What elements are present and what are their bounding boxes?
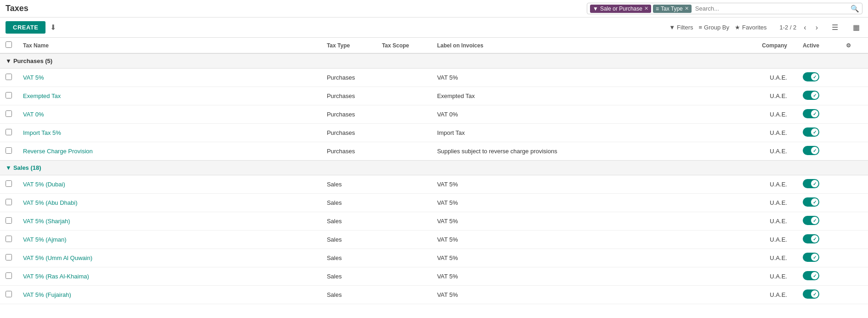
row-checkbox[interactable]	[6, 254, 12, 260]
row-checkbox-cell[interactable]	[0, 87, 17, 105]
cell-active[interactable]: ✓	[793, 194, 829, 212]
row-checkbox-cell[interactable]	[0, 142, 17, 161]
search-bar: ▼ Sale or Purchase ✕ ≡ Tax Type ✕ 🔍	[587, 3, 862, 14]
row-checkbox-cell[interactable]	[0, 267, 17, 286]
select-all-th[interactable]	[0, 38, 17, 53]
group-toggle-icon[interactable]: ▼	[6, 58, 11, 64]
cell-active[interactable]: ✓	[793, 212, 829, 231]
group-by-button[interactable]: ≡ Group By	[699, 24, 730, 31]
cell-tax-scope	[376, 249, 431, 267]
cell-active[interactable]: ✓	[793, 231, 829, 249]
favorites-button[interactable]: ★ Favorites	[735, 24, 766, 31]
active-toggle[interactable]: ✓	[803, 91, 819, 100]
row-checkbox-cell[interactable]	[0, 69, 17, 87]
cell-active[interactable]: ✓	[793, 267, 829, 286]
table-row[interactable]: Import Tax 5% Purchases Import Tax U.A.E…	[0, 124, 868, 142]
cell-active[interactable]: ✓	[793, 142, 829, 161]
cell-label: Supplies subject to reverse charge provi…	[431, 142, 747, 161]
active-toggle[interactable]: ✓	[803, 234, 819, 243]
row-checkbox[interactable]	[6, 217, 12, 224]
active-toggle[interactable]: ✓	[803, 109, 819, 118]
cell-tax-type: Purchases	[321, 105, 376, 124]
row-checkbox-cell[interactable]	[0, 286, 17, 304]
cell-active[interactable]: ✓	[793, 87, 829, 105]
cell-tax-type: Sales	[321, 249, 376, 267]
table-row[interactable]: VAT 5% Purchases VAT 5% U.A.E. ✓	[0, 69, 868, 87]
select-all-checkbox[interactable]	[6, 41, 12, 48]
filter-tag-tax-type[interactable]: ≡ Tax Type ✕	[653, 5, 692, 13]
cell-company: U.A.E.	[747, 69, 793, 87]
active-toggle[interactable]: ✓	[803, 146, 819, 155]
cell-tax-type: Purchases	[321, 124, 376, 142]
table-row[interactable]: VAT 5% (Dubai) Sales VAT 5% U.A.E. ✓	[0, 175, 868, 194]
search-input[interactable]	[693, 4, 851, 13]
filters-button[interactable]: ▼ Filters	[669, 24, 693, 31]
table-row[interactable]: VAT 5% (Ajman) Sales VAT 5% U.A.E. ✓	[0, 231, 868, 249]
toggle-knob: ✓	[811, 147, 818, 154]
cell-active[interactable]: ✓	[793, 249, 829, 267]
cell-tax-type: Sales	[321, 286, 376, 304]
row-checkbox[interactable]	[6, 74, 12, 80]
list-view-button[interactable]: ☰	[829, 22, 841, 33]
row-checkbox-cell[interactable]	[0, 194, 17, 212]
filter-sale-purchase-close[interactable]: ✕	[644, 6, 648, 12]
col-settings-th[interactable]: ⚙	[829, 38, 868, 53]
table-row[interactable]: VAT 5% (Abu Dhabi) Sales VAT 5% U.A.E. ✓	[0, 194, 868, 212]
active-toggle[interactable]: ✓	[803, 253, 819, 262]
row-checkbox-cell[interactable]	[0, 175, 17, 194]
active-toggle[interactable]: ✓	[803, 72, 819, 81]
create-button[interactable]: CREATE	[6, 21, 45, 34]
table-row[interactable]: VAT 0% Purchases VAT 0% U.A.E. ✓	[0, 105, 868, 124]
filter-tag-sale-purchase[interactable]: ▼ Sale or Purchase ✕	[590, 5, 651, 13]
kanban-view-button[interactable]: ▦	[850, 22, 862, 33]
row-checkbox[interactable]	[6, 92, 12, 98]
row-checkbox-cell[interactable]	[0, 231, 17, 249]
taxes-table: Tax Name Tax Type Tax Scope Label on Inv…	[0, 38, 868, 304]
cell-label: VAT 5%	[431, 212, 747, 231]
row-checkbox[interactable]	[6, 236, 12, 242]
cell-tax-scope	[376, 194, 431, 212]
row-checkbox[interactable]	[6, 291, 12, 297]
active-toggle[interactable]: ✓	[803, 289, 819, 299]
table-row[interactable]: VAT 5% (Sharjah) Sales VAT 5% U.A.E. ✓	[0, 212, 868, 231]
download-button[interactable]: ⬇	[47, 21, 59, 34]
filter-tax-type-close[interactable]: ✕	[685, 6, 689, 12]
active-toggle[interactable]: ✓	[803, 197, 819, 207]
table-row[interactable]: VAT 5% (Ras Al-Khaima) Sales VAT 5% U.A.…	[0, 267, 868, 286]
prev-page-button[interactable]: ‹	[802, 23, 808, 33]
col-header-label-invoices: Label on Invoices	[431, 38, 747, 53]
row-checkbox[interactable]	[6, 199, 12, 205]
row-checkbox[interactable]	[6, 147, 12, 154]
group-toggle-icon[interactable]: ▼	[6, 164, 11, 171]
row-checkbox[interactable]	[6, 180, 12, 187]
row-checkbox[interactable]	[6, 129, 12, 135]
active-toggle[interactable]: ✓	[803, 271, 819, 280]
active-toggle[interactable]: ✓	[803, 127, 819, 137]
cell-company: U.A.E.	[747, 87, 793, 105]
cell-active[interactable]: ✓	[793, 124, 829, 142]
active-toggle[interactable]: ✓	[803, 216, 819, 225]
search-icon-button[interactable]: 🔍	[851, 5, 859, 13]
next-page-button[interactable]: ›	[814, 23, 820, 33]
cell-active[interactable]: ✓	[793, 69, 829, 87]
row-checkbox-cell[interactable]	[0, 212, 17, 231]
cell-active[interactable]: ✓	[793, 286, 829, 304]
table-row[interactable]: VAT 5% (Fujairah) Sales VAT 5% U.A.E. ✓	[0, 286, 868, 304]
row-checkbox[interactable]	[6, 110, 12, 117]
cell-active[interactable]: ✓	[793, 175, 829, 194]
row-checkbox-cell[interactable]	[0, 124, 17, 142]
row-checkbox-cell[interactable]	[0, 249, 17, 267]
cell-active[interactable]: ✓	[793, 105, 829, 124]
group-header-purchases[interactable]: ▼Purchases (5)	[0, 53, 868, 69]
row-checkbox-cell[interactable]	[0, 105, 17, 124]
table-row[interactable]: VAT 5% (Umm Al Quwain) Sales VAT 5% U.A.…	[0, 249, 868, 267]
table-row[interactable]: Reverse Charge Provision Purchases Suppl…	[0, 142, 868, 161]
table-row[interactable]: Exempted Tax Purchases Exempted Tax U.A.…	[0, 87, 868, 105]
row-checkbox[interactable]	[6, 272, 12, 279]
active-toggle[interactable]: ✓	[803, 179, 819, 188]
group-header-sales[interactable]: ▼Sales (18)	[0, 161, 868, 175]
cell-tax-type: Purchases	[321, 142, 376, 161]
funnel-icon: ▼	[593, 6, 598, 12]
group-label: Sales (18)	[13, 164, 41, 171]
cell-tax-name: Reverse Charge Provision	[17, 142, 321, 161]
